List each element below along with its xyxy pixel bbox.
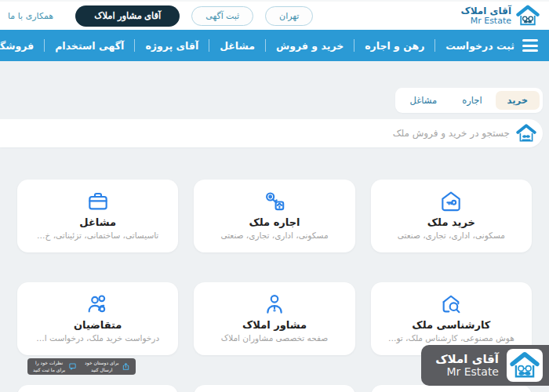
person-icon bbox=[262, 292, 287, 317]
card-rent-property[interactable]: اجاره ملک مسکونی، اداری، تجاری، صنعتی bbox=[194, 180, 354, 252]
card-subtitle: مسکونی، اداری، تجاری، صنعتی bbox=[220, 230, 328, 240]
mr-estate-logo-icon bbox=[510, 351, 540, 379]
submit-ad-button[interactable]: ثبت آگهی bbox=[191, 6, 253, 26]
tab-businesses[interactable]: مشاغل bbox=[398, 91, 449, 110]
card-title: مشاغل bbox=[79, 216, 116, 228]
hamburger-menu-icon[interactable] bbox=[522, 39, 538, 52]
tab-buy[interactable]: خرید bbox=[496, 91, 540, 110]
card-partial-1[interactable] bbox=[371, 385, 532, 392]
nav-item-submit-request[interactable]: ثبت درخواست bbox=[435, 40, 522, 52]
tehran-city-button[interactable]: تهران bbox=[265, 6, 313, 26]
nav-item-job-ads[interactable]: آگهی استخدام bbox=[45, 40, 134, 52]
nav-item-mr-project[interactable]: آقای پروژه bbox=[135, 40, 209, 52]
card-applicants[interactable]: متقاضیان درخواست خرید ملک، درخواست ا… bbox=[17, 282, 178, 355]
share-label: برای دوستان خود ارسال کنید bbox=[85, 360, 118, 372]
nav-divider bbox=[209, 39, 209, 52]
tab-rent[interactable]: اجاره bbox=[450, 91, 493, 110]
watermark-logo-box bbox=[507, 349, 543, 382]
card-subtitle: صفحه تخصصی مشاوران املاک bbox=[221, 333, 328, 343]
key-tag-icon bbox=[262, 189, 287, 214]
share-with-friends-button[interactable]: برای دوستان خود ارسال کنید bbox=[85, 360, 130, 372]
mr-estate-logo-icon bbox=[516, 5, 540, 27]
house-search-icon bbox=[438, 292, 464, 317]
nav-item-rent[interactable]: رهن و اجاره bbox=[354, 40, 434, 52]
logo-title-en: Mr Estate bbox=[460, 16, 511, 26]
card-title: اجاره ملک bbox=[249, 216, 300, 228]
search-category-tabs: خرید اجاره مشاغل bbox=[395, 88, 543, 113]
site-watermark: آقای املاک Mr Estate bbox=[421, 345, 549, 386]
nav-divider bbox=[134, 39, 135, 52]
card-title: متقاضیان bbox=[74, 319, 122, 331]
card-subtitle: هوش مصنوعی، کارشناس ملک، تو… bbox=[388, 333, 514, 343]
feedback-widget: برای دوستان خود ارسال کنید نظرات خود را … bbox=[27, 358, 136, 375]
card-title: خرید ملک bbox=[427, 216, 475, 228]
agent-panel-button[interactable]: آقای مشاور املاک bbox=[75, 5, 180, 27]
main-navbar: ثبت درخواست رهن و اجاره خرید و فروش مشاغ… bbox=[0, 30, 549, 61]
submit-comments-button[interactable]: نظرات خود را برای ما ثبت کنید bbox=[33, 360, 77, 372]
card-subtitle: تاسیساتی، ساختمانی، تزئیناتی، خ… bbox=[37, 230, 158, 240]
card-subtitle: مسکونی، اداری، تجاری، صنعتی bbox=[398, 230, 505, 240]
nav-divider bbox=[354, 39, 354, 52]
comment-icon bbox=[68, 362, 77, 371]
nav-item-businesses[interactable]: مشاغل bbox=[209, 40, 265, 52]
card-businesses[interactable]: مشاغل تاسیساتی، ساختمانی، تزئیناتی، خ… bbox=[17, 180, 178, 252]
watermark-title-fa: آقای املاک bbox=[435, 353, 499, 366]
search-input[interactable] bbox=[0, 128, 510, 139]
house-key-icon bbox=[438, 189, 464, 214]
card-title: مشاور املاک bbox=[242, 319, 307, 331]
card-partial-2[interactable] bbox=[194, 385, 354, 392]
cooperate-link[interactable]: همکاری با ما bbox=[8, 11, 53, 21]
top-header: آقای املاک Mr Estate تهران ثبت آگهی آقای… bbox=[0, 0, 549, 30]
logo-title-fa: آقای املاک bbox=[460, 6, 511, 16]
nav-item-store[interactable]: فروشگاه bbox=[0, 40, 44, 52]
comment-label: نظرات خود را برای ما ثبت کنید bbox=[33, 360, 65, 372]
search-logo-icon bbox=[516, 124, 536, 143]
card-subtitle: درخواست خرید ملک، درخواست ا… bbox=[36, 333, 159, 343]
search-bar[interactable] bbox=[0, 119, 543, 147]
nav-item-buy-sell[interactable]: خرید و فروش bbox=[266, 40, 354, 52]
card-title: کارشناسی ملک bbox=[412, 319, 490, 331]
people-icon bbox=[85, 292, 111, 317]
watermark-title-en: Mr Estate bbox=[435, 366, 499, 378]
briefcase-icon bbox=[85, 189, 111, 214]
card-partial-3[interactable] bbox=[17, 385, 178, 392]
site-logo[interactable]: آقای املاک Mr Estate bbox=[460, 5, 540, 27]
card-buy-property[interactable]: خرید ملک مسکونی، اداری، تجاری، صنعتی bbox=[371, 180, 532, 252]
share-icon bbox=[122, 362, 130, 371]
nav-divider bbox=[434, 39, 435, 52]
card-real-estate-consultant[interactable]: مشاور املاک صفحه تخصصی مشاوران املاک bbox=[194, 282, 354, 355]
nav-divider bbox=[44, 39, 45, 52]
nav-divider bbox=[265, 39, 266, 52]
